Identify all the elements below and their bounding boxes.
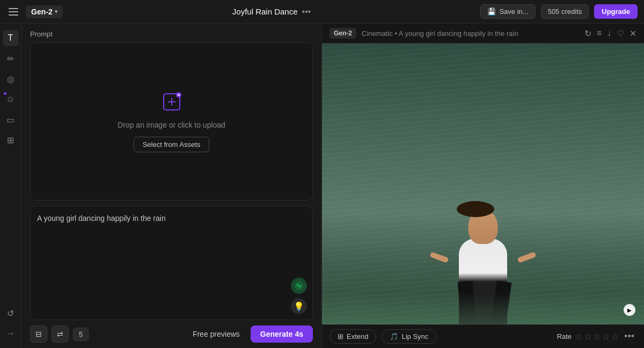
video-meta: Cinematic • A young girl dancing happily… (362, 29, 579, 38)
upload-zone[interactable]: Drop an image or click to upload Select … (30, 42, 313, 201)
more-options-icon[interactable]: ••• (302, 7, 311, 17)
project-title: Joyful Rain Dance (232, 7, 298, 16)
rate-section: Rate ☆ ☆ ☆ ☆ ☆ ••• (557, 331, 636, 342)
star-rating: ☆ ☆ ☆ ☆ ☆ (575, 331, 619, 342)
topbar-center: Joyful Rain Dance ••• (232, 7, 311, 17)
free-preview-button[interactable]: Free previews (186, 327, 246, 342)
prompt-icons: 💡 (291, 278, 307, 314)
chevron-down-icon: ▾ (55, 9, 57, 14)
draw-icon: ✏ (7, 54, 14, 64)
settings-icon: ⇄ (57, 330, 63, 338)
rain-scene (322, 43, 644, 324)
sidebar-icons: T ✏ ◎ ☺ ▭ ⊞ ↺ → (0, 24, 21, 348)
upload-icon (160, 91, 183, 113)
sidebar-item-text[interactable]: T (3, 30, 19, 46)
save-label: Save in... (499, 8, 528, 16)
prompt-area[interactable]: A young girl dancing happily in the rain… (30, 206, 313, 320)
video-header-actions: ↻ ≡ ↓ ♡ ✕ (584, 28, 636, 39)
topbar-left: Gen-2 ▾ (6, 4, 63, 19)
star-4[interactable]: ☆ (602, 331, 610, 342)
video-footer: ⊞ Extend 🎵 Lip Sync Rate ☆ ☆ ☆ ☆ ☆ ••• (322, 324, 644, 348)
lip-sync-button[interactable]: 🎵 Lip Sync (382, 329, 436, 344)
extend-icon: ⊞ (338, 332, 343, 340)
star-5[interactable]: ☆ (611, 331, 619, 342)
forward-icon: → (6, 329, 15, 338)
generate-button[interactable]: Generate 4s (251, 325, 313, 343)
play-button[interactable]: ▶ (624, 304, 635, 316)
save-button[interactable]: 💾 Save in... (480, 4, 535, 19)
sidebar-item-target[interactable]: ◎ (3, 71, 19, 87)
dot-indicator (4, 92, 6, 95)
upload-text: Drop an image or click to upload (118, 121, 225, 129)
rate-label: Rate (557, 332, 572, 340)
more-icon[interactable]: ≡ (597, 28, 602, 38)
star-3[interactable]: ☆ (593, 331, 601, 342)
left-panel: Prompt Drop an image or click to upload … (21, 24, 322, 348)
bulb-icon[interactable]: 💡 (291, 298, 307, 314)
prompt-header: Prompt (21, 24, 321, 42)
credits-value: 505 credits (548, 8, 582, 16)
lip-sync-icon: 🎵 (390, 332, 398, 340)
sidebar-item-face[interactable]: ☺ (3, 91, 19, 107)
play-icon: ▶ (627, 307, 632, 313)
free-preview-label: Free previews (193, 330, 240, 338)
face-icon: ☺ (6, 94, 14, 104)
bottom-bar: ⊟ ⇄ 5 Free previews Generate 4s (21, 320, 321, 348)
main-layout: T ✏ ◎ ☺ ▭ ⊞ ↺ → Prompt (0, 24, 644, 348)
select-assets-button[interactable]: Select from Assets (134, 137, 210, 152)
save-icon: 💾 (487, 8, 496, 16)
count-selector[interactable]: 5 (73, 328, 89, 341)
sidebar-item-draw[interactable]: ✏ (3, 50, 19, 66)
close-icon[interactable]: ✕ (630, 28, 636, 39)
gen2-tag: Gen-2 (330, 28, 356, 39)
upgrade-button[interactable]: Upgrade (594, 4, 638, 19)
video-header: Gen-2 Cinematic • A young girl dancing h… (322, 24, 644, 43)
favorite-icon[interactable]: ♡ (617, 28, 624, 39)
topbar-right: 💾 Save in... 505 credits Upgrade (480, 4, 638, 19)
prompt-text: A young girl dancing happily in the rain (37, 213, 306, 224)
footer-more-button[interactable]: ••• (622, 331, 636, 342)
undo-icon: ↺ (7, 308, 14, 319)
star-1[interactable]: ☆ (575, 331, 582, 342)
sidebar-item-layers[interactable]: ⊞ (3, 132, 19, 148)
download-icon[interactable]: ↓ (607, 28, 611, 38)
monitor-icon: ▭ (6, 115, 14, 125)
sidebar-item-forward[interactable]: → (3, 325, 19, 342)
right-panel: Gen-2 Cinematic • A young girl dancing h… (322, 24, 644, 348)
layers-icon: ⊞ (7, 135, 14, 145)
refresh-icon[interactable]: ↻ (584, 28, 591, 39)
generate-label: Generate 4s (260, 330, 303, 338)
ai-assist-icon[interactable] (291, 278, 307, 294)
star-2[interactable]: ☆ (584, 331, 591, 342)
settings-button[interactable]: ⇄ (52, 325, 69, 343)
video-container: ▶ (322, 43, 644, 324)
upgrade-label: Upgrade (602, 8, 630, 16)
topbar: Gen-2 ▾ Joyful Rain Dance ••• 💾 Save in.… (0, 0, 644, 24)
target-icon: ◎ (7, 74, 14, 84)
brand-label: Gen-2 (31, 8, 53, 16)
aspect-ratio-icon: ⊟ (35, 330, 42, 338)
text-icon: T (8, 33, 13, 43)
sidebar-item-monitor[interactable]: ▭ (3, 112, 19, 128)
select-assets-label: Select from Assets (143, 140, 201, 149)
sidebar-item-undo[interactable]: ↺ (3, 305, 19, 321)
count-value: 5 (79, 330, 83, 338)
extend-label: Extend (347, 332, 368, 340)
credits-badge: 505 credits (541, 4, 589, 19)
lip-sync-label: Lip Sync (401, 332, 428, 340)
menu-icon[interactable] (6, 4, 21, 19)
brand-badge[interactable]: Gen-2 ▾ (26, 5, 63, 18)
bulb-symbol: 💡 (294, 301, 304, 312)
extend-button[interactable]: ⊞ Extend (330, 329, 376, 344)
aspect-ratio-button[interactable]: ⊟ (30, 325, 47, 343)
prompt-label: Prompt (30, 30, 53, 38)
